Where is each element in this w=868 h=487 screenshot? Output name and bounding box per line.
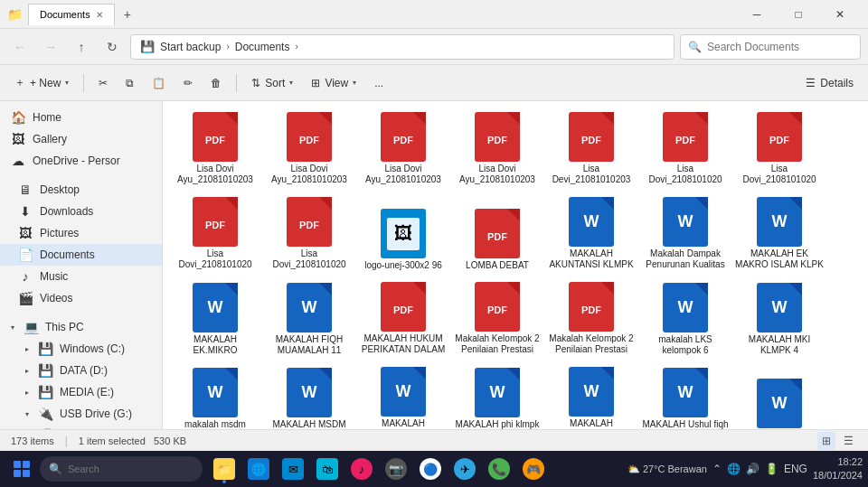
cut-button[interactable]: ✂ (91, 70, 115, 97)
file-item[interactable]: W MAKALAH Ushul fiqh 13 (640, 363, 731, 429)
file-item[interactable]: PDF Makalah Kelompok 2 Penilaian Prestas… (452, 278, 542, 360)
file-item[interactable]: W makalah LKS kelompok 6 (640, 278, 731, 360)
file-item[interactable]: W MAKALAH EK MAKRO ISLAM KLPK 8 (734, 193, 825, 275)
file-item[interactable]: PDF Lisa Dovi Ayu_21081010203 8_uts SPEI (452, 108, 542, 190)
sidebar-item-pictures[interactable]: 🖼 Pictures (0, 222, 162, 244)
file-item[interactable]: PDF Lisa Dovi Ayu_21081010203 8_ResumeSP… (170, 108, 260, 190)
file-item[interactable]: W Makalah Dampak Penurunan Kualitas Ling… (640, 193, 731, 275)
search-input[interactable] (707, 41, 853, 53)
file-item[interactable]: PDF Lisa Dovi Ayu_21081010203 8_uts SPEI (358, 108, 448, 190)
file-item[interactable]: W MAKALAH phi klmpk 13 (452, 363, 542, 429)
weather-widget[interactable]: ⛅ 27°C Berawan (627, 464, 707, 475)
file-item[interactable]: W MAKALAH MKI KLMPK 4 (734, 278, 825, 360)
up-button[interactable]: ↑ (69, 34, 94, 60)
file-item[interactable]: W materi uts SDM (734, 363, 825, 429)
search-box[interactable]: 🔍 (680, 34, 861, 60)
new-tab-button[interactable]: + (117, 4, 138, 25)
file-item[interactable]: PDF LOMBA DEBAT (452, 193, 542, 275)
delete-button[interactable]: 🗑 (203, 70, 229, 97)
weather-desc: Berawan (668, 464, 707, 474)
sidebar-item-windows[interactable]: ▸ 💾 Windows (C:) (0, 338, 162, 360)
sidebar-item-onedrive[interactable]: ☁ OneDrive - Persor (0, 150, 162, 172)
taskbar-app-phone[interactable]: 📞 (483, 453, 515, 485)
sidebar-item-desktop[interactable]: 🖥 Desktop (0, 179, 162, 201)
sidebar-item-downloads[interactable]: ⬇ Downloads (0, 201, 162, 222)
details-button[interactable]: ☰ Details (798, 73, 861, 93)
file-item[interactable]: W MAKALAH PENDIDIKAN AGAMA ISLAM (358, 363, 448, 429)
sidebar-label-media: MEDIA (E:) (60, 386, 114, 398)
file-item[interactable]: PDF MAKALAH HUKUM PERIKATAN DALAM BISNIS (358, 278, 448, 360)
file-item[interactable]: PDF Lisa Dovi_2108101020 38_UTS METPEN (264, 193, 354, 275)
tab-close-button[interactable]: ✕ (96, 10, 103, 20)
tray-arrow[interactable]: ⌃ (712, 463, 722, 475)
sidebar-item-media[interactable]: ▸ 💾 MEDIA (E:) (0, 381, 162, 403)
file-item[interactable]: W MAKALAH AKUNTANSI KLMPK 4 2 (546, 193, 637, 275)
close-button[interactable]: ✕ (819, 0, 861, 29)
grid-view-button[interactable]: ⊞ (817, 432, 835, 450)
paste-icon: 📋 (152, 77, 165, 89)
new-button[interactable]: ＋ + New ▾ (7, 70, 76, 97)
file-item[interactable]: W MAKALAH MSDM KLMPK 3 (264, 363, 354, 429)
active-tab[interactable]: Documents ✕ (28, 4, 115, 25)
taskbar-search[interactable]: 🔍 (40, 456, 203, 482)
rename-button[interactable]: ✏ (176, 70, 200, 97)
sidebar-item-documents[interactable]: 📄 Documents (0, 244, 162, 266)
toolbar-separator-2 (236, 74, 237, 92)
sidebar-item-gallery[interactable]: 🖼 Gallery (0, 128, 162, 150)
file-item[interactable]: PDF Lisa Dovi_2108101020 38_UTS LKS_ kel… (170, 193, 260, 275)
maximize-button[interactable]: □ (778, 0, 819, 29)
copy-button[interactable]: ⧉ (118, 70, 141, 97)
network-icon[interactable]: 🌐 (727, 463, 741, 475)
sidebar-label-music: Music (40, 270, 68, 283)
lang-indicator[interactable]: ENG (784, 463, 807, 475)
taskbar-app-camera[interactable]: 📷 (380, 453, 412, 485)
taskbar-app-telegram[interactable]: ✈ (448, 453, 481, 485)
more-button[interactable]: ... (367, 70, 391, 97)
file-item[interactable]: W MAKALAH SENGKETA KELOMPOK G (546, 363, 637, 429)
file-item[interactable]: PDF Lisa Devi_21081010203 8_ekonometrika (546, 108, 637, 190)
forward-button[interactable]: → (38, 34, 63, 60)
chrome-icon: 🔵 (420, 458, 441, 480)
sidebar-item-music[interactable]: ♪ Music (0, 266, 162, 287)
refresh-button[interactable]: ↻ (99, 34, 125, 60)
taskbar-app-game[interactable]: 🎮 (517, 453, 550, 485)
file-icon-wrapper: W (282, 368, 336, 417)
taskbar-app-explorer[interactable]: 📁 (208, 453, 241, 485)
file-item[interactable]: PDF Makalah Kelompok 2 Penilaian Prestas… (546, 278, 637, 360)
sidebar-item-usb[interactable]: ▾ 🔌 USB Drive (G:) (0, 403, 162, 425)
file-item[interactable]: W MAKALAH EK.MIKRO (170, 278, 260, 360)
file-item[interactable]: PDF Lisa Dovi_2108101020 38_ResumeZOO M (734, 108, 825, 190)
sidebar-item-thispc[interactable]: ▾ 💻 This PC (0, 316, 162, 338)
file-item[interactable]: 🖼 logo-unej-300x2 96 (358, 193, 448, 275)
file-icon-wrapper: PDF (470, 209, 524, 258)
taskbar-app-edge[interactable]: 🌐 (242, 453, 275, 485)
sidebar-item-videos[interactable]: 🎬 Videos (0, 287, 162, 309)
taskbar-app-chrome[interactable]: 🔵 (414, 453, 447, 485)
sidebar-item-home[interactable]: 🏠 Home (0, 107, 162, 128)
sidebar-item-data[interactable]: ▸ 💾 DATA (D:) (0, 360, 162, 381)
volume-icon[interactable]: 🔊 (746, 463, 760, 475)
sidebar-label-pictures: Pictures (40, 227, 79, 239)
taskbar-app-mail[interactable]: ✉ (277, 453, 309, 485)
file-item[interactable]: W MAKALAH FIQH MUAMALAH 11 (264, 278, 354, 360)
taskbar-app-music[interactable]: ♪ (345, 453, 378, 485)
address-path[interactable]: 💾 Start backup › Documents › (130, 34, 675, 60)
clock-widget[interactable]: 18:22 18/01/2024 (813, 455, 863, 483)
start-button[interactable] (5, 453, 38, 485)
file-item[interactable]: PDF Lisa Dovi Ayu_21081010203 8_UTS AHDB… (264, 108, 354, 190)
list-view-button[interactable]: ☰ (839, 432, 857, 450)
back-button[interactable]: ← (7, 34, 33, 60)
file-item[interactable]: PDF Lisa Dovi_2108101020 38_responartike… (640, 108, 731, 190)
view-button[interactable]: ⊞ View ▾ (304, 70, 363, 97)
file-label: Lisa Dovi Ayu_21081010203 8_uts SPEI (359, 164, 448, 186)
taskbar-app-store[interactable]: 🛍 (311, 453, 344, 485)
path-segment-2: Documents (235, 41, 290, 53)
pdf-icon: PDF (663, 112, 708, 162)
taskbar-search-input[interactable] (68, 464, 193, 474)
file-item[interactable]: W makalah msdm kelompok 4 (170, 363, 260, 429)
minimize-button[interactable]: ─ (736, 0, 778, 29)
sort-button[interactable]: ⇅ Sort ▾ (244, 70, 300, 97)
battery-icon[interactable]: 🔋 (765, 463, 778, 475)
paste-button[interactable]: 📋 (145, 70, 173, 97)
videos-icon: 🎬 (18, 291, 33, 305)
